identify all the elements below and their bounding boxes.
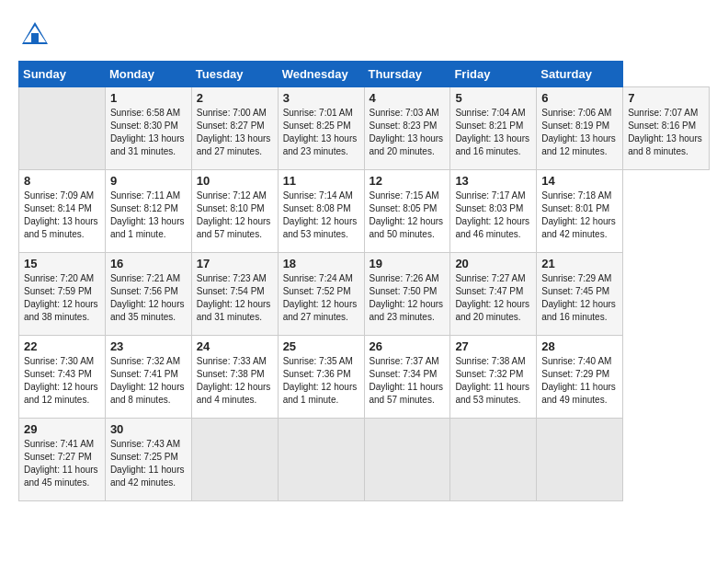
day-info: Sunrise: 7:18 AMSunset: 8:01 PMDaylight:…: [541, 190, 618, 241]
calendar-cell: 5Sunrise: 7:04 AMSunset: 8:21 PMDaylight…: [450, 87, 537, 170]
svg-rect-3: [31, 33, 39, 42]
day-number: 29: [24, 422, 100, 436]
day-info: Sunrise: 7:35 AMSunset: 7:36 PMDaylight:…: [283, 355, 359, 407]
day-number: 14: [541, 174, 618, 188]
day-number: 18: [283, 257, 359, 270]
calendar-cell: 24Sunrise: 7:33 AMSunset: 7:38 PMDayligh…: [191, 336, 278, 419]
calendar-cell: 26Sunrise: 7:37 AMSunset: 7:34 PMDayligh…: [364, 336, 450, 419]
header-wednesday: Wednesday: [278, 62, 364, 87]
calendar-cell: 4Sunrise: 7:03 AMSunset: 8:23 PMDaylight…: [364, 87, 450, 170]
day-info: Sunrise: 7:11 AMSunset: 8:12 PMDaylight:…: [110, 190, 187, 241]
day-info: Sunrise: 6:58 AMSunset: 8:30 PMDaylight:…: [110, 107, 187, 158]
calendar-table: SundayMondayTuesdayWednesdayThursdayFrid…: [18, 61, 710, 501]
day-number: 30: [110, 422, 187, 436]
calendar-cell: [537, 419, 623, 501]
day-number: 22: [24, 339, 100, 353]
calendar-cell: [19, 87, 106, 170]
calendar-cell: 20Sunrise: 7:27 AMSunset: 7:47 PMDayligh…: [450, 253, 537, 336]
calendar-cell: 29Sunrise: 7:41 AMSunset: 7:27 PMDayligh…: [19, 419, 106, 501]
logo: [18, 18, 55, 52]
header-monday: Monday: [105, 62, 191, 87]
calendar-cell: 23Sunrise: 7:32 AMSunset: 7:41 PMDayligh…: [105, 336, 191, 419]
day-info: Sunrise: 7:04 AMSunset: 8:21 PMDaylight:…: [455, 107, 531, 158]
day-info: Sunrise: 7:30 AMSunset: 7:43 PMDaylight:…: [24, 355, 100, 407]
day-info: Sunrise: 7:07 AMSunset: 8:16 PMDaylight:…: [628, 107, 704, 158]
day-info: Sunrise: 7:32 AMSunset: 7:41 PMDaylight:…: [110, 355, 187, 407]
calendar-cell: 14Sunrise: 7:18 AMSunset: 8:01 PMDayligh…: [537, 170, 623, 253]
day-info: Sunrise: 7:14 AMSunset: 8:08 PMDaylight:…: [283, 190, 359, 241]
day-info: Sunrise: 7:23 AMSunset: 7:54 PMDaylight:…: [197, 272, 273, 324]
day-number: 27: [455, 339, 531, 353]
day-number: 21: [541, 257, 618, 270]
day-info: Sunrise: 7:43 AMSunset: 7:25 PMDaylight:…: [110, 438, 187, 489]
calendar-cell: 11Sunrise: 7:14 AMSunset: 8:08 PMDayligh…: [278, 170, 364, 253]
day-number: 1: [110, 91, 187, 105]
logo-icon: [18, 18, 51, 52]
day-info: Sunrise: 7:27 AMSunset: 7:47 PMDaylight:…: [455, 272, 531, 324]
calendar-week-row: 29Sunrise: 7:41 AMSunset: 7:27 PMDayligh…: [19, 419, 710, 501]
day-info: Sunrise: 7:09 AMSunset: 8:14 PMDaylight:…: [24, 190, 100, 241]
day-number: 23: [110, 339, 187, 353]
day-info: Sunrise: 7:40 AMSunset: 7:29 PMDaylight:…: [541, 355, 618, 407]
calendar-cell: 7Sunrise: 7:07 AMSunset: 8:16 PMDaylight…: [623, 87, 710, 170]
calendar-cell: 2Sunrise: 7:00 AMSunset: 8:27 PMDaylight…: [191, 87, 278, 170]
calendar-week-row: 22Sunrise: 7:30 AMSunset: 7:43 PMDayligh…: [19, 336, 710, 419]
day-info: Sunrise: 7:24 AMSunset: 7:52 PMDaylight:…: [283, 272, 359, 324]
day-number: 5: [455, 91, 531, 105]
day-info: Sunrise: 7:26 AMSunset: 7:50 PMDaylight:…: [370, 272, 446, 324]
day-info: Sunrise: 7:21 AMSunset: 7:56 PMDaylight:…: [110, 272, 187, 324]
calendar-cell: 3Sunrise: 7:01 AMSunset: 8:25 PMDaylight…: [278, 87, 364, 170]
day-info: Sunrise: 7:17 AMSunset: 8:03 PMDaylight:…: [455, 190, 531, 241]
day-number: 11: [283, 174, 359, 188]
day-info: Sunrise: 7:20 AMSunset: 7:59 PMDaylight:…: [24, 272, 100, 324]
calendar-cell: 1Sunrise: 6:58 AMSunset: 8:30 PMDaylight…: [105, 87, 191, 170]
day-number: 19: [370, 257, 446, 270]
header-tuesday: Tuesday: [191, 62, 278, 87]
calendar-cell: [191, 419, 278, 501]
calendar-cell: 21Sunrise: 7:29 AMSunset: 7:45 PMDayligh…: [537, 253, 623, 336]
calendar-cell: 12Sunrise: 7:15 AMSunset: 8:05 PMDayligh…: [364, 170, 450, 253]
day-number: 20: [455, 257, 531, 270]
day-number: 3: [283, 91, 359, 105]
calendar-week-row: 15Sunrise: 7:20 AMSunset: 7:59 PMDayligh…: [19, 253, 710, 336]
day-number: 16: [110, 257, 187, 270]
header-sunday: Sunday: [19, 62, 106, 87]
calendar-week-row: 1Sunrise: 6:58 AMSunset: 8:30 PMDaylight…: [19, 87, 710, 170]
calendar-cell: [278, 419, 364, 501]
day-info: Sunrise: 7:03 AMSunset: 8:23 PMDaylight:…: [370, 107, 446, 158]
calendar-cell: 22Sunrise: 7:30 AMSunset: 7:43 PMDayligh…: [19, 336, 106, 419]
day-number: 8: [24, 174, 100, 188]
day-number: 13: [455, 174, 531, 188]
calendar-cell: [364, 419, 450, 501]
calendar-cell: 6Sunrise: 7:06 AMSunset: 8:19 PMDaylight…: [537, 87, 623, 170]
day-number: 15: [24, 257, 100, 270]
calendar-cell: 27Sunrise: 7:38 AMSunset: 7:32 PMDayligh…: [450, 336, 537, 419]
day-number: 4: [370, 91, 446, 105]
day-number: 7: [628, 91, 704, 105]
calendar-cell: 28Sunrise: 7:40 AMSunset: 7:29 PMDayligh…: [537, 336, 623, 419]
calendar-header-row: SundayMondayTuesdayWednesdayThursdayFrid…: [19, 62, 710, 87]
day-number: 2: [197, 91, 273, 105]
calendar-cell: 10Sunrise: 7:12 AMSunset: 8:10 PMDayligh…: [191, 170, 278, 253]
day-info: Sunrise: 7:37 AMSunset: 7:34 PMDaylight:…: [370, 355, 446, 407]
day-info: Sunrise: 7:33 AMSunset: 7:38 PMDaylight:…: [197, 355, 273, 407]
day-info: Sunrise: 7:38 AMSunset: 7:32 PMDaylight:…: [455, 355, 531, 407]
calendar-cell: 16Sunrise: 7:21 AMSunset: 7:56 PMDayligh…: [105, 253, 191, 336]
calendar-cell: 17Sunrise: 7:23 AMSunset: 7:54 PMDayligh…: [191, 253, 278, 336]
day-info: Sunrise: 7:00 AMSunset: 8:27 PMDaylight:…: [197, 107, 273, 158]
calendar-cell: 8Sunrise: 7:09 AMSunset: 8:14 PMDaylight…: [19, 170, 106, 253]
calendar-week-row: 8Sunrise: 7:09 AMSunset: 8:14 PMDaylight…: [19, 170, 710, 253]
calendar-cell: [450, 419, 537, 501]
page-header: [18, 18, 710, 52]
header-thursday: Thursday: [364, 62, 450, 87]
day-info: Sunrise: 7:01 AMSunset: 8:25 PMDaylight:…: [283, 107, 359, 158]
header-friday: Friday: [450, 62, 537, 87]
calendar-cell: 19Sunrise: 7:26 AMSunset: 7:50 PMDayligh…: [364, 253, 450, 336]
calendar-cell: 18Sunrise: 7:24 AMSunset: 7:52 PMDayligh…: [278, 253, 364, 336]
day-info: Sunrise: 7:41 AMSunset: 7:27 PMDaylight:…: [24, 438, 100, 489]
header-saturday: Saturday: [537, 62, 623, 87]
day-number: 10: [197, 174, 273, 188]
day-number: 25: [283, 339, 359, 353]
day-number: 12: [370, 174, 446, 188]
day-number: 24: [197, 339, 273, 353]
